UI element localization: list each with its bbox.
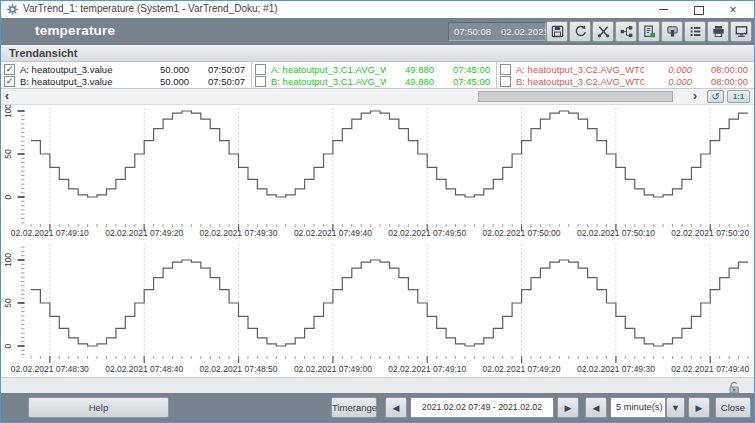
window-title: VarTrend_1: temperature (System1 - VarTr… — [23, 3, 278, 14]
trend-legend: ✓A: heatoutput_3.value50.00007:50:07✓B: … — [1, 62, 754, 89]
trend-time: 07:45:00 — [434, 64, 490, 75]
svg-text:02.02.2021 07:49:20: 02.02.2021 07:49:20 — [105, 228, 183, 238]
scroll-left-button[interactable]: ‹ — [5, 89, 9, 104]
legend-row: B: heatoutput_3.C1.AVG_WT049.88007:45:00 — [252, 75, 496, 87]
statistics-icon — [665, 24, 680, 39]
time-scrollbar: ‹ › ↺ 1:1 — [1, 89, 754, 105]
lock-strip — [1, 377, 754, 393]
printer-button[interactable] — [707, 21, 729, 42]
checked-checkbox[interactable]: ✓ — [4, 76, 15, 87]
chevron-left-icon: ‹ — [5, 89, 9, 103]
interval-select[interactable]: 5 minute(s) — [610, 397, 666, 418]
undo-icon: ↺ — [711, 91, 719, 102]
timerange-button[interactable]: Timerange — [331, 397, 377, 418]
svg-text:02.02.2021 07:49:40: 02.02.2021 07:49:40 — [671, 364, 749, 374]
topology-icon — [619, 24, 634, 39]
svg-text:02.02.2021 07:49:40: 02.02.2021 07:49:40 — [294, 228, 372, 238]
trend-time: 07:50:07 — [189, 76, 245, 87]
export-icon — [642, 24, 657, 39]
svg-text:02.02.2021 07:49:30: 02.02.2021 07:49:30 — [577, 364, 655, 374]
unlock-button[interactable] — [726, 379, 742, 394]
scrollbar-thumb[interactable] — [478, 91, 673, 102]
trend-name: A: heatoutput_3.C2.AVG_WT0 — [516, 64, 644, 75]
one-to-one-label: 1:1 — [733, 92, 745, 101]
trend-value: 49.880 — [386, 76, 434, 87]
svg-text:0: 0 — [3, 194, 13, 199]
checked-checkbox[interactable]: ✓ — [4, 64, 15, 75]
trend-name: A: heatoutput_3.C1.AVG_WT0 — [271, 64, 386, 75]
trend-value: 0.000 — [644, 64, 692, 75]
save-button[interactable] — [546, 21, 568, 42]
trend-value: 50.000 — [141, 76, 189, 87]
topology-button[interactable] — [615, 21, 637, 42]
minimize-button[interactable] — [648, 1, 678, 18]
minimize-icon — [659, 9, 668, 10]
legend-panel: A: heatoutput_3.C1.AVG_WT049.88007:45:00… — [251, 62, 496, 88]
interval-dropdown-button[interactable]: ▼ — [666, 397, 685, 418]
svg-text:02.02.2021 07:49:10: 02.02.2021 07:49:10 — [11, 228, 89, 238]
svg-text:02.02.2021 07:49:30: 02.02.2021 07:49:30 — [200, 228, 278, 238]
maximize-icon — [694, 6, 704, 15]
undo-button[interactable] — [569, 21, 591, 42]
trend-time: 07:45:00 — [434, 76, 490, 87]
monitor-icon — [734, 24, 749, 39]
legend-row: ✓A: heatoutput_3.value50.00007:50:07 — [1, 63, 251, 75]
undo-icon — [573, 24, 588, 39]
list-button[interactable] — [684, 21, 706, 42]
trend-name: B: heatoutput_3.C2.AVG_WT0 — [516, 76, 644, 87]
trend-name: B: heatoutput_3.C1.AVG_WT0 — [271, 76, 386, 87]
time-date-display: 07:50:0802.02.2021 — [448, 22, 546, 41]
range-forward-button[interactable]: ▶ — [557, 397, 579, 418]
one-to-one-button[interactable]: 1:1 — [727, 90, 750, 103]
title-bar: VarTrend_1: temperature (System1 - VarTr… — [1, 1, 754, 19]
unchecked-checkbox[interactable] — [500, 76, 511, 87]
close-icon: × — [729, 3, 736, 17]
trend-value: 0.000 — [644, 76, 692, 87]
scroll-right-button[interactable]: › — [693, 89, 697, 104]
save-icon — [550, 24, 565, 39]
help-button[interactable]: Help — [28, 397, 169, 418]
legend-row: A: heatoutput_3.C2.AVG_WT00.00008:00:00 — [497, 63, 754, 75]
close-button[interactable]: × — [718, 1, 748, 18]
current-time: 07:50:08 — [449, 26, 496, 37]
interval-increase-button[interactable]: ▶ — [688, 397, 710, 418]
monitor-button[interactable] — [730, 21, 752, 42]
trend-time: 08:00:00 — [692, 64, 748, 75]
unchecked-checkbox[interactable] — [255, 64, 266, 75]
svg-text:100: 100 — [3, 105, 13, 118]
interval-decrease-button[interactable]: ◀ — [585, 397, 607, 418]
section-title: Trendansicht — [9, 47, 77, 59]
svg-text:02.02.2021 07:50:10: 02.02.2021 07:50:10 — [577, 228, 655, 238]
footer-bar: Help Timerange ◀ 2021.02.02 07:49 - 2021… — [1, 393, 754, 423]
svg-text:50: 50 — [3, 298, 13, 308]
statistics-button[interactable] — [661, 21, 683, 42]
timerange-field[interactable]: 2021.02.02 07:49 - 2021.02.02 07:50 — [410, 397, 554, 418]
svg-text:02.02.2021 07:50:00: 02.02.2021 07:50:00 — [483, 228, 561, 238]
tools-button[interactable] — [592, 21, 614, 42]
trend-name: B: heatoutput_3.value — [20, 76, 141, 87]
svg-text:02.02.2021 07:49:10: 02.02.2021 07:49:10 — [388, 364, 466, 374]
current-date: 02.02.2021 — [496, 26, 554, 37]
tools-icon — [596, 24, 611, 39]
trend-chart-1[interactable]: 02.02.2021 07:49:1002.02.2021 07:49:2002… — [1, 105, 755, 239]
trend-time: 08:00:00 — [692, 76, 748, 87]
svg-text:0: 0 — [3, 343, 13, 348]
unchecked-checkbox[interactable] — [500, 64, 511, 75]
unchecked-checkbox[interactable] — [255, 76, 266, 87]
printer-icon — [711, 24, 726, 39]
trend-chart-2[interactable]: 02.02.2021 07:48:3002.02.2021 07:48:4002… — [1, 241, 755, 377]
page-title: temperature — [35, 23, 115, 38]
undo-zoom-button[interactable]: ↺ — [707, 90, 724, 103]
maximize-button[interactable] — [684, 1, 714, 18]
svg-text:02.02.2021 07:48:40: 02.02.2021 07:48:40 — [105, 364, 183, 374]
vartrend-window: VarTrend_1: temperature (System1 - VarTr… — [0, 0, 755, 423]
svg-text:02.02.2021 07:49:50: 02.02.2021 07:49:50 — [388, 228, 466, 238]
svg-text:50: 50 — [3, 149, 13, 159]
close-dialog-button[interactable]: Close — [715, 397, 751, 418]
export-button[interactable] — [638, 21, 660, 42]
trend-name: A: heatoutput_3.value — [20, 64, 141, 75]
list-icon — [688, 24, 703, 39]
toolbar — [546, 21, 752, 42]
trend-value: 49.880 — [386, 64, 434, 75]
range-back-button[interactable]: ◀ — [385, 397, 407, 418]
